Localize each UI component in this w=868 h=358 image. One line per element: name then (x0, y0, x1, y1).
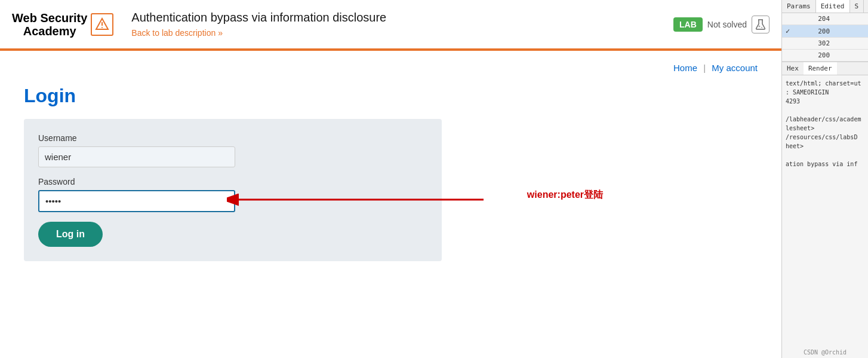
username-group: Username (38, 133, 427, 167)
annotation-text: wiener:peter登陆 (527, 189, 603, 201)
lab-title: Authentication bypass via information di… (131, 11, 673, 25)
logo-text: Web Security Academy (12, 11, 87, 38)
table-row[interactable]: 200 (782, 50, 868, 62)
flask-icon (752, 16, 769, 33)
chevrons-icon: » (218, 28, 223, 38)
login-button[interactable]: Log in (38, 222, 103, 247)
logo-area: Web Security Academy (12, 11, 113, 38)
check-cell (782, 13, 814, 25)
devtools-top-tabs: Params Edited S (782, 0, 868, 13)
check-cell: ✓ (782, 25, 814, 38)
devtools-bottom-tabs: Hex Render (782, 62, 868, 75)
username-input[interactable] (38, 146, 235, 167)
login-heading: Login (24, 85, 758, 107)
lab-badge: LAB (673, 17, 703, 32)
tab-edited[interactable]: Edited (816, 0, 850, 13)
login-form-wrapper: Username Password Log in (24, 119, 442, 261)
devtools-panel: Params Edited S 204 ✓ 200 302 200 H (781, 0, 868, 358)
logo-icon (91, 13, 113, 36)
check-cell (782, 50, 814, 62)
table-row[interactable]: 204 (782, 13, 868, 25)
password-label: Password (38, 177, 427, 186)
svg-point-4 (759, 25, 761, 27)
check-cell (782, 38, 814, 50)
footer-attribution: CSDN @Orchid (782, 347, 868, 358)
devtools-response: text/html; charset=ut : SAMEORIGIN 4293 … (782, 75, 868, 172)
main-content: Web Security Academy Authentication bypa… (0, 0, 781, 358)
password-group: Password (38, 177, 427, 212)
svg-point-2 (101, 27, 103, 28)
page-body: Home | My account Login Username Passwor… (0, 51, 781, 358)
password-input[interactable] (38, 190, 235, 212)
site-header: Web Security Academy Authentication bypa… (0, 0, 781, 51)
back-link[interactable]: Back to lab description » (131, 28, 673, 38)
value-cell: 204 (814, 13, 868, 25)
table-row[interactable]: ✓ 200 (782, 25, 868, 38)
tab-hex[interactable]: Hex (782, 62, 804, 75)
tab-s[interactable]: S (850, 0, 864, 13)
top-nav: Home | My account (24, 63, 758, 73)
username-label: Username (38, 133, 427, 143)
value-cell: 200 (814, 50, 868, 62)
tab-render[interactable]: Render (804, 62, 837, 75)
svg-point-5 (761, 27, 762, 28)
value-cell: 302 (814, 38, 868, 50)
value-cell: 200 (814, 25, 868, 38)
nav-home-link[interactable]: Home (673, 63, 697, 73)
not-solved-label: Not solved (707, 20, 747, 29)
nav-myaccount-link[interactable]: My account (712, 63, 758, 73)
devtools-table: 204 ✓ 200 302 200 (782, 13, 868, 62)
lab-info: Authentication bypass via information di… (131, 11, 673, 38)
nav-separator: | (703, 63, 706, 73)
tab-params[interactable]: Params (782, 0, 816, 13)
lab-status: LAB Not solved (673, 16, 769, 33)
table-row[interactable]: 302 (782, 38, 868, 50)
